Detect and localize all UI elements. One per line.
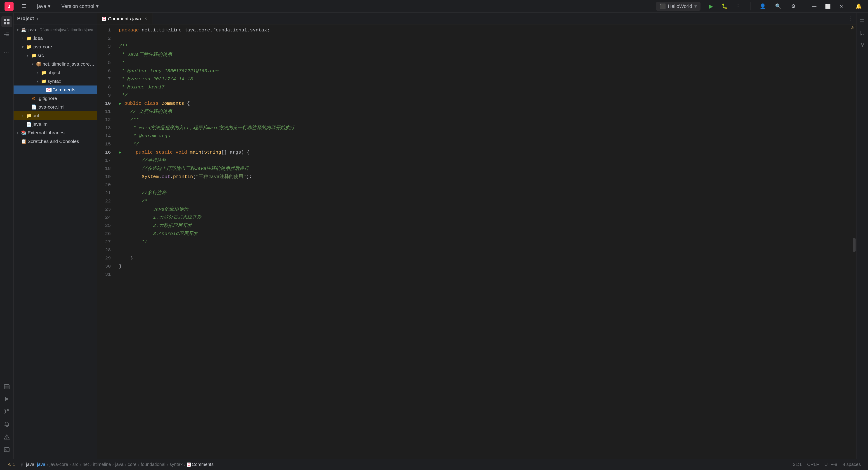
tree-item-gitignore[interactable]: ⊙ .gitignore	[13, 94, 97, 103]
java-menu-label: java	[37, 3, 46, 9]
sidebar-icon-terminal[interactable]	[1, 444, 12, 455]
tree-item-package[interactable]: ▾ 📦 net.ittimeline.java.core.foundationa…	[13, 60, 97, 68]
tree-item-out[interactable]: › 📁 out	[13, 111, 97, 120]
code-line-14: * @param args	[119, 132, 852, 140]
tab-comments-java[interactable]: C Comments.java ✕	[97, 13, 153, 24]
debug-button[interactable]: 🐛	[719, 1, 730, 11]
run-config-label: HelloWorld	[668, 3, 692, 9]
sidebar-icons: ⋯	[0, 13, 13, 459]
bc-net[interactable]: net	[83, 462, 89, 467]
run-configuration[interactable]: ⬛ HelloWorld ▾	[656, 2, 701, 11]
hamburger-menu[interactable]: ☰	[19, 2, 29, 10]
code-line-30: }	[119, 262, 852, 270]
tree-item-syntax[interactable]: ▾ 📁 syntax	[13, 77, 97, 86]
search-button[interactable]: 🔍	[773, 1, 783, 11]
svg-point-29	[21, 465, 22, 466]
status-position[interactable]: 31:1	[790, 462, 804, 467]
tree-arrow-syntax: ▾	[35, 79, 40, 84]
sidebar-icon-structure[interactable]	[1, 29, 12, 40]
tree-item-java-core-iml[interactable]: 📄 java-core.iml	[13, 103, 97, 111]
tab-close-button[interactable]: ✕	[143, 16, 148, 21]
minimize-button[interactable]: —	[807, 0, 821, 13]
git-branch-label: java	[26, 462, 34, 467]
code-line-23: Java的应用场景	[119, 205, 852, 213]
right-structure-btn[interactable]	[857, 16, 867, 26]
tree-arrow-object: ›	[35, 70, 40, 75]
run-config-icon: ⬛	[659, 3, 666, 9]
status-warning[interactable]: ⚠ 1	[4, 459, 18, 470]
sidebar-icon-git[interactable]	[1, 406, 12, 417]
svg-point-25	[861, 43, 864, 45]
bc-java[interactable]: java	[37, 462, 45, 467]
bc-core[interactable]: core	[128, 462, 136, 467]
bc-java2[interactable]: java	[115, 462, 124, 467]
sidebar-icon-notifications[interactable]	[1, 419, 12, 430]
right-bookmark-btn[interactable]	[857, 28, 867, 38]
panel-header: Project ▾	[13, 13, 97, 24]
java-core-iml-label: java-core.iml	[37, 104, 95, 110]
tree-item-idea[interactable]: › 📁 .idea	[13, 34, 97, 42]
tree-item-java-root[interactable]: ▾ ☕ java D:\projects\java\ittimeline\jav…	[13, 25, 97, 34]
sidebar-icon-more[interactable]: ⋯	[1, 47, 12, 58]
svg-rect-10	[4, 387, 9, 389]
right-sidebar	[856, 13, 868, 459]
tree-arrow: ▾	[16, 28, 20, 32]
bc-comments[interactable]: C Comments	[187, 462, 214, 467]
bc-foundational[interactable]: foundational	[141, 462, 165, 467]
tree-item-java-core[interactable]: ▾ 📁 java-core	[13, 42, 97, 51]
tree-item-external-libraries[interactable]: › 📚 External Libraries	[13, 128, 97, 137]
status-line-ending[interactable]: CRLF	[804, 462, 822, 467]
code-line-26: 3.Android应用开发	[119, 230, 852, 238]
svg-marker-13	[5, 397, 8, 401]
sidebar-icon-run[interactable]	[1, 393, 12, 404]
tree-arrow-package: ▾	[30, 62, 35, 66]
code-editor[interactable]: package net.ittimeline.java.core.foundat…	[115, 24, 852, 459]
tree-arrow-out: ›	[20, 114, 25, 118]
profile-button[interactable]: 👤	[758, 1, 768, 11]
code-line-18: //在终端上打印输出三种Java注释的使用然后换行	[119, 165, 852, 173]
code-line-3: /**	[119, 42, 852, 51]
maximize-button[interactable]: ⬜	[821, 0, 835, 13]
status-encoding[interactable]: UTF-8	[822, 462, 840, 467]
gitignore-label: .gitignore	[37, 96, 95, 101]
tree-item-comments[interactable]: C Comments	[13, 86, 97, 94]
status-indent[interactable]: 4 spaces	[840, 462, 864, 467]
runline-arrow-10[interactable]: ▶	[119, 99, 123, 108]
code-line-27: */	[119, 238, 852, 246]
tab-more-button[interactable]: ⋮	[845, 13, 856, 24]
tree-item-scratches[interactable]: 📋 Scratches and Consoles	[13, 137, 97, 146]
bc-syntax[interactable]: syntax	[169, 462, 183, 467]
encoding-label: UTF-8	[825, 462, 837, 467]
tree-item-java-iml[interactable]: 📄 java.iml	[13, 120, 97, 128]
status-git-branch[interactable]: java	[18, 459, 37, 470]
close-button[interactable]: ✕	[835, 0, 848, 13]
bc-java-core[interactable]: java-core	[50, 462, 68, 467]
bc-src[interactable]: src	[72, 462, 79, 467]
right-pin-btn[interactable]	[857, 40, 867, 50]
status-right: 31:1 CRLF UTF-8 4 spaces	[790, 462, 864, 467]
svg-point-14	[5, 409, 6, 411]
scrollbar-thumb[interactable]	[853, 238, 856, 252]
version-control-menu[interactable]: Version control ▾	[59, 2, 101, 10]
run-button[interactable]: ▶	[706, 1, 716, 11]
code-line-9: */	[119, 91, 852, 99]
tree-item-src[interactable]: ▾ 📁 src	[13, 51, 97, 60]
folder-icon-object: 📁	[41, 70, 46, 75]
status-warning-count: 1	[13, 462, 15, 467]
java-menu[interactable]: java ▾	[34, 2, 53, 10]
notifications-button[interactable]: 🔔	[854, 1, 864, 11]
code-line-8: * @since Java17	[119, 83, 852, 91]
settings-button[interactable]: ⚙	[788, 1, 798, 11]
sidebar-icon-project[interactable]	[1, 16, 12, 27]
tree-item-object[interactable]: › 📁 object	[13, 68, 97, 77]
bc-sep-2: ›	[69, 462, 71, 467]
code-line-21: //多行注释	[119, 189, 852, 197]
java-root-label: java D:\projects\java\ittimeline\java	[28, 27, 95, 32]
more-actions-button[interactable]: ⋮	[733, 1, 743, 11]
comments-label: Comments	[53, 87, 95, 92]
runline-arrow-16[interactable]: ▶	[119, 148, 123, 156]
sidebar-icon-warning[interactable]	[1, 432, 12, 442]
code-line-20	[119, 181, 852, 189]
sidebar-icon-build[interactable]	[1, 381, 12, 392]
bc-ittimeline[interactable]: ittimeline	[93, 462, 111, 467]
